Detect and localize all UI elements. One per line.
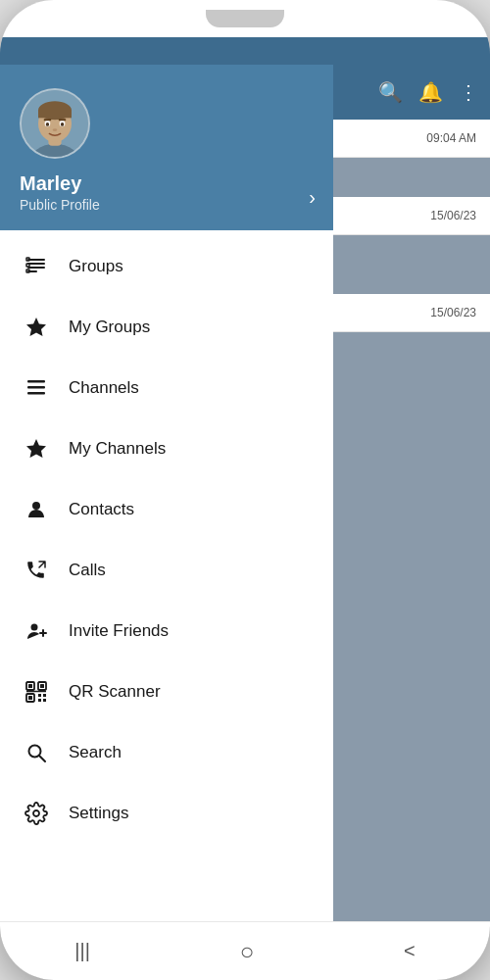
notch: [206, 10, 284, 27]
svg-line-39: [39, 756, 45, 761]
svg-point-9: [61, 122, 64, 126]
svg-rect-22: [27, 392, 45, 395]
svg-rect-15: [27, 267, 45, 269]
chat-time-3: 15/06/23: [430, 306, 476, 319]
chat-time-1: 09:04 AM: [426, 131, 476, 145]
chat-item-2[interactable]: 15/06/23: [333, 197, 490, 235]
right-panel: 🔍 🔔 ⋮ 09:04 AM 15/06/23 15/06/23: [333, 65, 490, 921]
sidebar-item-calls[interactable]: Calls: [0, 540, 333, 601]
sidebar-item-groups[interactable]: Groups: [0, 236, 333, 297]
right-topbar: 🔍 🔔 ⋮: [333, 65, 490, 120]
groups-label: Groups: [69, 257, 123, 276]
sidebar-item-my-groups[interactable]: My Groups: [0, 297, 333, 358]
my-channels-label: My Channels: [69, 439, 166, 459]
svg-point-40: [33, 810, 39, 816]
svg-rect-33: [38, 694, 41, 697]
settings-label: Settings: [69, 804, 128, 823]
svg-rect-30: [40, 684, 44, 688]
svg-rect-5: [38, 111, 72, 119]
my-channels-star-icon: [22, 434, 51, 464]
user-name: Marley: [20, 172, 314, 195]
search-label: Search: [69, 743, 122, 762]
invite-friends-label: Invite Friends: [69, 621, 169, 641]
calls-label: Calls: [69, 561, 106, 580]
svg-point-24: [31, 624, 38, 631]
avatar: [20, 88, 90, 159]
chat-item-3[interactable]: 15/06/23: [333, 294, 490, 332]
sidebar-item-search[interactable]: Search: [0, 722, 333, 783]
search-icon: [22, 738, 51, 767]
sidebar-item-contacts[interactable]: Contacts: [0, 479, 333, 540]
channels-label: Channels: [69, 378, 139, 398]
chat-item-1[interactable]: 09:04 AM: [333, 120, 490, 158]
svg-rect-28: [28, 684, 32, 688]
search-topbar-icon[interactable]: 🔍: [378, 80, 403, 104]
profile-chevron-icon[interactable]: ›: [309, 186, 316, 209]
svg-rect-34: [43, 694, 46, 697]
svg-point-23: [32, 502, 40, 510]
bell-topbar-icon[interactable]: 🔔: [418, 80, 443, 104]
nav-home-button[interactable]: ○: [220, 930, 274, 973]
contacts-label: Contacts: [69, 500, 134, 519]
invite-friends-icon: [22, 616, 51, 646]
contacts-icon: [22, 495, 51, 524]
svg-rect-10: [44, 119, 52, 121]
drawer: Marley Public Profile ›: [0, 65, 333, 921]
chat-time-2: 15/06/23: [430, 209, 476, 222]
drawer-header[interactable]: Marley Public Profile ›: [0, 65, 333, 230]
my-groups-star-icon: [22, 313, 51, 342]
sidebar-item-my-channels[interactable]: My Channels: [0, 418, 333, 479]
groups-icon: [22, 252, 51, 281]
right-content: 09:04 AM 15/06/23 15/06/23: [333, 120, 490, 921]
drawer-menu: Groups My Groups: [0, 230, 333, 921]
sidebar-item-channels[interactable]: Channels: [0, 358, 333, 418]
sidebar-item-qr-scanner[interactable]: QR Scanner: [0, 662, 333, 722]
svg-rect-36: [43, 699, 46, 702]
phone-bottom-bar: ||| ○ <: [0, 921, 490, 980]
svg-point-8: [46, 122, 49, 126]
main-layout: Marley Public Profile ›: [0, 65, 490, 921]
svg-rect-21: [27, 386, 45, 389]
phone-frame: Marley Public Profile ›: [0, 0, 490, 980]
svg-point-12: [53, 128, 58, 131]
more-options-icon[interactable]: ⋮: [459, 80, 478, 104]
user-subtitle: Public Profile: [20, 197, 314, 213]
svg-rect-20: [27, 380, 45, 383]
settings-gear-icon: [22, 799, 51, 828]
sidebar-item-settings[interactable]: Settings: [0, 783, 333, 844]
phone-top-bar: [0, 0, 490, 37]
svg-rect-32: [28, 696, 32, 700]
my-groups-label: My Groups: [69, 318, 150, 337]
nav-back-button[interactable]: <: [384, 932, 435, 970]
calls-icon: [22, 556, 51, 585]
qr-scanner-label: QR Scanner: [69, 682, 161, 702]
svg-rect-11: [59, 119, 67, 121]
svg-rect-18: [26, 264, 29, 267]
nav-menu-button[interactable]: |||: [55, 932, 110, 970]
qr-scanner-icon: [22, 677, 51, 707]
sidebar-item-invite-friends[interactable]: Invite Friends: [0, 601, 333, 662]
status-bar: [0, 37, 490, 65]
svg-rect-35: [38, 699, 41, 702]
phone-content: Marley Public Profile ›: [0, 37, 490, 921]
channels-icon: [22, 373, 51, 403]
